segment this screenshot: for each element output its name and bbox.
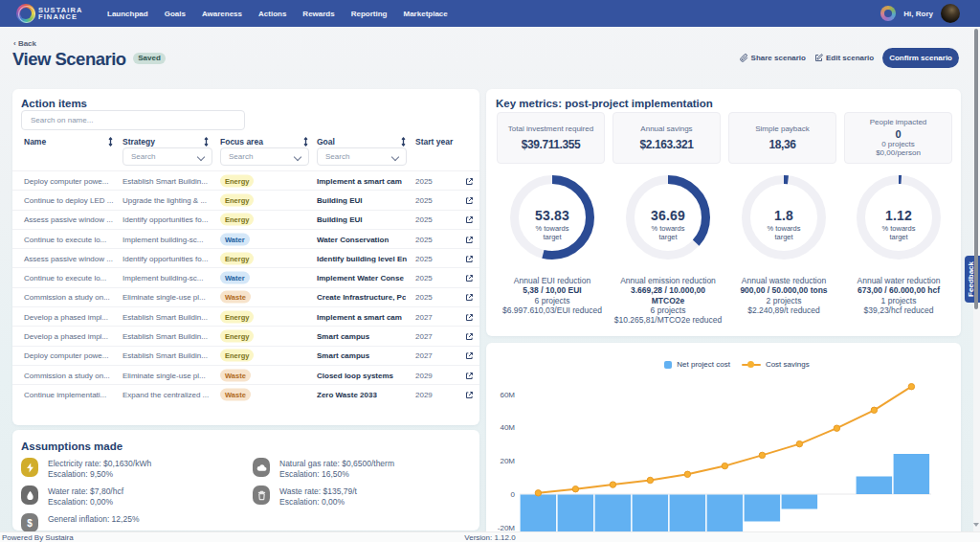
svg-text:40M: 40M [500, 423, 515, 432]
svg-text:0: 0 [511, 490, 516, 499]
svg-text:20M: 20M [500, 457, 515, 465]
svg-text:60M: 60M [500, 391, 515, 399]
